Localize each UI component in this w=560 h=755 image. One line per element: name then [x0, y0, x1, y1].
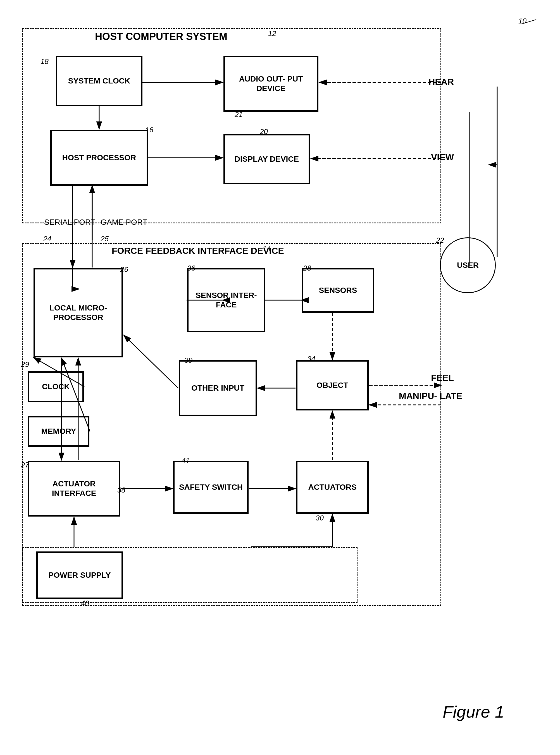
ref-36: 36: [187, 264, 195, 272]
ref-18: 18: [40, 57, 48, 66]
ref-20: 20: [260, 127, 268, 136]
ref-25: 25: [101, 234, 109, 243]
ref-10: 10: [518, 17, 526, 25]
user-circle: USER: [440, 237, 496, 293]
ref-14: 14: [263, 245, 271, 253]
ref-41: 41: [182, 456, 189, 465]
serial-port-label: SERIAL PORT: [44, 218, 96, 227]
ref-38: 38: [117, 486, 125, 494]
sensors-box: SENSORS: [302, 268, 374, 313]
manipulate-label: MANIPU- LATE: [399, 391, 462, 401]
ref-39: 39: [184, 356, 193, 365]
feel-label: FEEL: [431, 373, 454, 383]
memory-box: MEMORY: [28, 416, 89, 447]
view-label: VIEW: [431, 152, 454, 163]
display-device-box: DISPLAY DEVICE: [223, 134, 310, 184]
system-clock-box: SYSTEM CLOCK: [56, 56, 142, 106]
ref-24: 24: [43, 234, 52, 243]
game-port-label: GAME PORT: [101, 218, 147, 227]
safety-switch-box: SAFETY SWITCH: [173, 461, 248, 514]
other-input-box: OTHER INPUT: [179, 360, 257, 416]
clock-box: CLOCK: [28, 371, 84, 402]
actuator-interface-box: ACTUATOR INTERFACE: [28, 461, 120, 516]
figure-label: Figure 1: [443, 702, 504, 721]
power-supply-box: POWER SUPPLY: [36, 551, 123, 599]
ref-26: 26: [120, 265, 128, 274]
ref-29: 29: [21, 360, 29, 369]
audio-output-box: AUDIO OUT- PUT DEVICE: [223, 56, 318, 112]
ref-22: 22: [436, 236, 444, 245]
host-processor-box: HOST PROCESSOR: [50, 130, 148, 186]
ref-12: 12: [268, 29, 276, 38]
object-box: OBJECT: [296, 360, 369, 410]
local-microprocessor-box: LOCAL MICRO- PROCESSOR: [34, 268, 123, 358]
force-feedback-label: FORCE FEEDBACK INTERFACE DEVICE: [112, 246, 284, 256]
ref-16: 16: [145, 126, 153, 134]
ref-30: 30: [316, 514, 324, 523]
ref-21: 21: [235, 110, 243, 119]
ref-28: 28: [303, 264, 311, 272]
diagram: 10 HOST COMPUTER SYSTEM 12 SYSTEM CLOCK …: [0, 0, 560, 755]
hear-label: HEAR: [428, 77, 454, 87]
host-computer-system-label: HOST COMPUTER SYSTEM: [95, 31, 227, 42]
ref-34: 34: [307, 354, 315, 363]
sensor-interface-box: SENSOR INTER- FACE: [187, 268, 265, 332]
ref-27: 27: [21, 461, 29, 469]
actuators-box: ACTUATORS: [296, 461, 369, 514]
ref-40: 40: [81, 599, 89, 608]
